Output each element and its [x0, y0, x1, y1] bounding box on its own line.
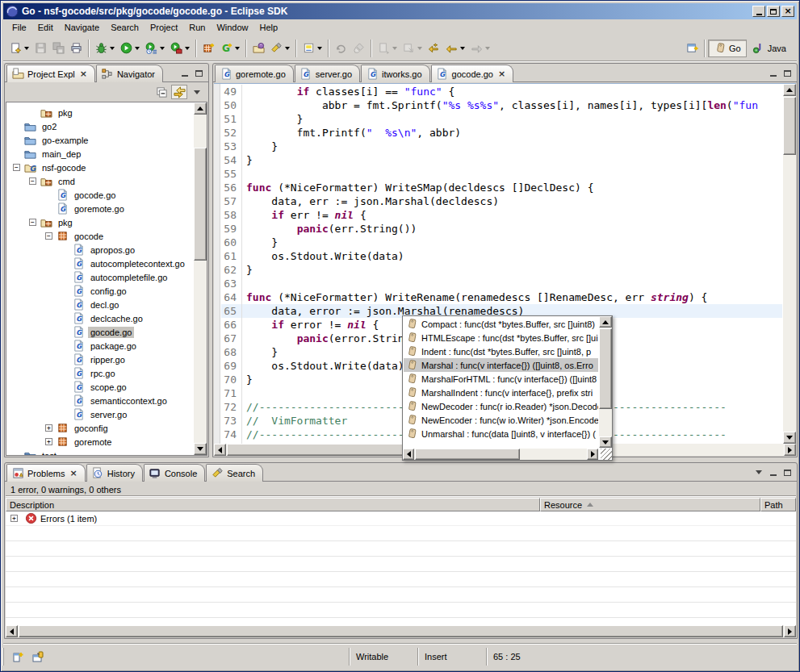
tree-item-ripper-go[interactable]: −Gripper.go [6, 353, 193, 366]
menu-project[interactable]: Project [145, 21, 183, 34]
problems-row[interactable]: +Errors (1 item) [6, 511, 796, 526]
tab-console[interactable]: Console [144, 464, 205, 482]
tab-project-expl[interactable]: Project Expl× [6, 65, 95, 82]
tree-item-goremote[interactable]: +goremote [6, 435, 193, 449]
collapse-all-button[interactable] [153, 85, 170, 99]
tree-expand-toggle[interactable]: + [45, 438, 52, 445]
goto-window-dropdown[interactable] [417, 47, 422, 50]
save-all-button[interactable] [49, 39, 67, 58]
run-history-button[interactable] [142, 39, 167, 58]
tree-item-package-go[interactable]: −Gpackage.go [6, 339, 193, 353]
close-icon[interactable]: × [69, 468, 77, 478]
tree-item-decl-go[interactable]: −Gdecl.go [6, 298, 193, 311]
back-button[interactable] [442, 39, 467, 58]
completion-item-unmarshal[interactable]: Unmarshal : func(data []uint8, v interfa… [404, 427, 598, 440]
completion-item-htmlescape[interactable]: HTMLEscape : func(dst *bytes.Buffer, src… [404, 331, 598, 344]
menu-help[interactable]: Help [254, 21, 284, 34]
forward-button[interactable] [467, 39, 492, 58]
tree-item-goremote-go[interactable]: −Ggoremote.go [6, 202, 193, 215]
tree-item-pkg[interactable]: −pkg [6, 106, 193, 119]
tab-server-go[interactable]: Gserver.go [295, 65, 360, 82]
tree-item-nsf-gocode[interactable]: −Gnsf-gocode [6, 161, 193, 174]
tab-itworks-go[interactable]: Gitworks.go [361, 65, 430, 82]
close-icon[interactable]: × [498, 69, 505, 79]
open-perspective-button[interactable] [683, 39, 701, 58]
external-tools-button[interactable] [167, 39, 192, 58]
tree-item-go-example[interactable]: −go-example [6, 133, 193, 147]
explorer-view-menu-button[interactable] [189, 85, 205, 99]
next-edit-dropdown[interactable] [392, 47, 397, 50]
tree-item-go2[interactable]: −go2 [6, 119, 193, 133]
column-header-path[interactable]: Path [760, 498, 796, 511]
tree-item-cmd[interactable]: −cmd [6, 174, 193, 188]
tree-item-autocompletefile-go[interactable]: −Gautocompletefile.go [6, 270, 193, 284]
external-tools-dropdown[interactable] [185, 47, 190, 50]
mark-occurrences-button[interactable] [299, 39, 325, 58]
column-header-description[interactable]: Description [6, 498, 540, 511]
minimize-button[interactable] [752, 6, 765, 17]
maximize-button[interactable] [767, 6, 780, 17]
next-edit-button[interactable] [375, 39, 400, 58]
tab-gocode-go[interactable]: Ggocode.go× [431, 65, 514, 82]
tab-navigator[interactable]: Navigator [96, 65, 163, 82]
tree-item-gocode-go[interactable]: −Ggocode.go [6, 188, 193, 202]
tree-expand-toggle[interactable]: − [29, 177, 36, 185]
tree-expand-toggle[interactable]: − [13, 164, 20, 171]
tree-item-gocode[interactable]: −gocode [6, 229, 193, 243]
completion-item-newencoder[interactable]: NewEncoder : func(w io.Writer) *json.Enc… [404, 413, 598, 427]
menu-navigate[interactable]: Navigate [59, 21, 105, 34]
mark-occurrences-dropdown[interactable] [317, 47, 322, 50]
tab-search[interactable]: Search [206, 464, 263, 482]
perspective-go[interactable]: Go [708, 40, 747, 57]
goto-window-button[interactable] [400, 39, 425, 58]
tab-history[interactable]: History [86, 464, 143, 482]
view-maximize-button[interactable] [781, 467, 794, 478]
view-maximize-button[interactable] [781, 68, 794, 78]
tab-problems[interactable]: Problems× [6, 464, 86, 482]
new-go-app-button[interactable]: G [217, 39, 242, 58]
tab-goremote-go[interactable]: Ggoremote.go [215, 65, 294, 82]
tree-item-test[interactable]: −test [6, 449, 193, 455]
search-dropdown[interactable] [285, 47, 290, 50]
tree-expand-toggle[interactable]: − [29, 219, 36, 226]
tree-scrollbar[interactable] [194, 102, 207, 455]
clean-button[interactable] [350, 39, 367, 58]
perspective-java[interactable]: JJava [747, 40, 792, 57]
title-bar[interactable]: Go - nsf-gocode/src/pkg/gocode/gocode.go… [3, 3, 797, 19]
tree-item-main-dep[interactable]: −main_dep [6, 147, 193, 161]
tree-item-scope-go[interactable]: −Gscope.go [6, 380, 193, 394]
problems-hscrollbar[interactable] [6, 625, 796, 637]
annotation-ruler[interactable] [214, 84, 220, 444]
run-button[interactable] [117, 39, 142, 58]
view-minimize-button[interactable] [178, 68, 191, 78]
popup-resize-grip[interactable] [601, 449, 612, 460]
tree-item-pkg[interactable]: −pkg [6, 215, 193, 229]
completion-item-indent[interactable]: Indent : func(dst *bytes.Buffer, src []u… [404, 344, 598, 358]
run-dropdown[interactable] [135, 47, 140, 50]
menu-search[interactable]: Search [105, 21, 145, 34]
view-minimize-button[interactable] [767, 467, 779, 478]
run-history-dropdown[interactable] [160, 47, 165, 50]
completion-item-marshal[interactable]: Marshal : func(v interface{}) ([]uint8, … [404, 358, 598, 372]
tree-item-semanticcontext-go[interactable]: −Gsemanticcontext.go [6, 394, 193, 407]
undo-button[interactable] [332, 39, 350, 58]
tree-expand-toggle[interactable]: + [45, 424, 52, 432]
debug-dropdown[interactable] [110, 47, 115, 50]
tree-item-gocode-go[interactable]: −Ggocode.go [6, 325, 193, 339]
completion-item-newdecoder[interactable]: NewDecoder : func(r io.Reader) *json.Dec… [404, 399, 598, 413]
view-maximize-button[interactable] [193, 68, 205, 78]
fast-view-icon[interactable] [12, 650, 25, 663]
editor-vscrollbar[interactable] [783, 84, 796, 444]
last-edit-location-button[interactable] [425, 39, 442, 58]
view-minimize-button[interactable] [767, 68, 779, 78]
menu-run[interactable]: Run [183, 21, 211, 34]
save-button[interactable] [31, 39, 49, 58]
new-wizard-button[interactable] [6, 39, 31, 58]
open-resource-button[interactable] [249, 39, 267, 58]
completion-item-marshalforhtml[interactable]: MarshalForHTML : func(v interface{}) ([]… [404, 372, 598, 386]
completion-item-compact[interactable]: Compact : func(dst *bytes.Buffer, src []… [404, 317, 598, 331]
search-button[interactable] [267, 39, 292, 58]
close-icon[interactable]: × [80, 69, 87, 79]
menu-window[interactable]: Window [211, 21, 253, 34]
forward-dropdown[interactable] [485, 47, 490, 50]
